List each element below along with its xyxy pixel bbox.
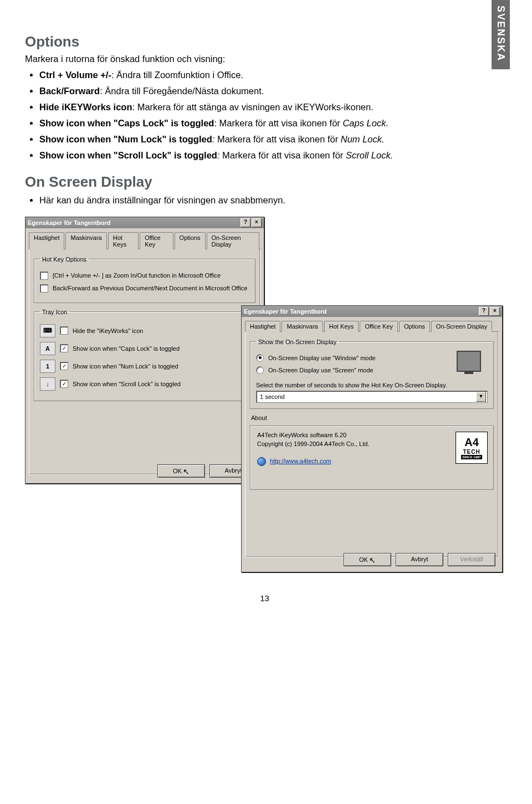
- about-line2: Copyright (c) 1999-2004 A4Tech Co., Ltd.: [257, 441, 487, 447]
- checkbox-label: [Ctrl + Volume +/- ] as Zoom In/Out func…: [53, 272, 221, 279]
- titlebar[interactable]: Egenskaper för Tangentbord ? ×: [242, 306, 502, 317]
- select-value: 1 second: [260, 393, 285, 400]
- checkbox-capslock[interactable]: ✓: [60, 344, 68, 352]
- tab-options[interactable]: Options: [175, 232, 206, 249]
- cursor-icon: ↖: [183, 467, 190, 476]
- radio-screen-mode[interactable]: [256, 366, 264, 374]
- options-dialog: Egenskaper för Tangentbord ? × Hastighet…: [25, 217, 264, 484]
- tabstrip: Hastighet Maskinvara Hot Keys Office Key…: [29, 232, 260, 249]
- tab-hotkeys[interactable]: Hot Keys: [108, 232, 139, 249]
- tray-icon-group: Tray Icon ⌨ Hide the "iKeyWorks" icon A …: [34, 309, 255, 401]
- radio-label: On-Screen Display use "Screen" mode: [268, 367, 373, 373]
- options-heading: Options: [25, 33, 504, 50]
- opt-bold: Show icon when "Num Lock" is toggled: [39, 134, 212, 144]
- tab-officekey[interactable]: Office Key: [140, 232, 173, 249]
- osd-heading: On Screen Display: [25, 173, 504, 191]
- close-button[interactable]: ×: [252, 218, 262, 227]
- ok-label: OK: [173, 468, 182, 474]
- help-button[interactable]: ?: [241, 218, 250, 227]
- opt-bold: Hide iKEYWorks icon: [39, 102, 132, 112]
- tab-hotkeys[interactable]: Hot Keys: [324, 321, 359, 332]
- radio-label: On-Screen Display use "Window" mode: [268, 355, 376, 361]
- checkbox-label: Show icon when "Caps Lock" is toggled: [73, 345, 180, 352]
- opt-ital: Caps Lock.: [342, 118, 388, 128]
- capslock-icon: A: [40, 342, 55, 355]
- cancel-button[interactable]: Avbryt: [396, 553, 443, 566]
- tab-maskinvara[interactable]: Maskinvara: [282, 321, 323, 332]
- chevron-down-icon[interactable]: ▼: [476, 392, 486, 402]
- language-tab: SVENSKA: [492, 0, 510, 69]
- cursor-icon: ↖: [369, 556, 376, 565]
- osd-text: Här kan du ändra inställningar för visni…: [39, 195, 285, 205]
- a4tech-logo: A4 TECH SINCE 1987: [456, 432, 488, 464]
- radio-window-mode[interactable]: [256, 354, 264, 362]
- page-number: 13: [25, 593, 504, 603]
- ok-button[interactable]: OK↖: [157, 464, 205, 478]
- osd-group: Show the On-Screen Display On-Screen Dis…: [250, 339, 494, 409]
- checkbox-label: Show icon when "Scroll Lock" is toggled: [73, 381, 181, 387]
- options-list: Ctrl + Volume +/-: Ändra till Zoomfunkti…: [25, 69, 504, 162]
- group-legend: Hot Key Options: [40, 256, 89, 263]
- opt-colon: :: [212, 134, 217, 144]
- opt-ital: Scroll Lock.: [346, 150, 393, 160]
- monitor-icon: [457, 351, 481, 372]
- ok-button[interactable]: OK↖: [344, 553, 391, 566]
- checkbox-numlock[interactable]: ✓: [60, 362, 68, 370]
- list-item: Show icon when "Caps Lock" is toggled: M…: [39, 117, 504, 130]
- tab-hastighet[interactable]: Hastighet: [29, 232, 64, 249]
- keyboard-icon: ⌨: [40, 324, 55, 337]
- about-group: A4Tech iKeyWorks software 6.20 Copyright…: [250, 426, 494, 490]
- about-legend: About: [251, 414, 494, 421]
- tab-osd[interactable]: On-Screen Display: [207, 232, 259, 249]
- opt-text: : Ändra till Zoomfunktion i Office.: [111, 70, 243, 80]
- apply-button[interactable]: Verkställ: [448, 553, 495, 566]
- ok-label: OK: [359, 556, 368, 563]
- opt-text: Markera för att visa ikonen för: [217, 134, 341, 144]
- tabstrip: Hastighet Maskinvara Hot Keys Office Key…: [245, 320, 499, 332]
- list-item: Här kan du ändra inställningar för visni…: [39, 194, 504, 207]
- checkbox-label: Show icon when "Num Lock" is toggled: [73, 363, 178, 370]
- hotkey-options-group: Hot Key Options [Ctrl + Volume +/- ] as …: [34, 256, 255, 303]
- opt-text: : Markera för att visa ikonen för: [214, 118, 342, 128]
- list-item: Hide iKEYWorks icon: Markera för att stä…: [39, 101, 504, 114]
- close-button[interactable]: ×: [490, 307, 500, 316]
- checkbox-hide-icon[interactable]: [60, 326, 68, 335]
- globe-icon: [257, 457, 266, 466]
- help-button[interactable]: ?: [479, 307, 489, 316]
- options-intro: Markera i rutorna för önskad funktion oc…: [25, 54, 504, 64]
- opt-text: Markera för att visa ikonen för: [222, 150, 346, 160]
- list-item: Show icon when "Scroll Lock" is toggled:…: [39, 149, 504, 162]
- osd-list: Här kan du ändra inställningar för visni…: [25, 194, 504, 207]
- tab-officekey[interactable]: Office Key: [360, 321, 398, 332]
- window-title: Egenskaper för Tangentbord: [244, 308, 327, 315]
- logo-mid: TECH: [463, 449, 480, 455]
- tab-hastighet[interactable]: Hastighet: [245, 321, 280, 332]
- window-title: Egenskaper för Tangentbord: [28, 219, 111, 226]
- checkbox-zoom[interactable]: [40, 272, 48, 280]
- numlock-icon: 1: [40, 360, 55, 373]
- scrolllock-icon: ↓: [40, 377, 55, 391]
- checkbox-scrolllock[interactable]: ✓: [60, 380, 68, 388]
- opt-bold: Back/Forward: [39, 86, 100, 96]
- about-line1: A4Tech iKeyWorks software 6.20: [257, 432, 487, 438]
- logo-top: A4: [464, 436, 479, 449]
- opt-text: : Ändra till Föregående/Nästa dokument.: [100, 86, 264, 96]
- opt-colon: :: [217, 150, 222, 160]
- tab-maskinvara[interactable]: Maskinvara: [65, 232, 106, 249]
- opt-ital: Num Lock.: [341, 134, 385, 144]
- tab-options[interactable]: Options: [399, 321, 430, 332]
- tab-osd[interactable]: On-Screen Display: [431, 321, 492, 332]
- seconds-select[interactable]: 1 second ▼: [256, 391, 488, 403]
- opt-text: : Markera för att stänga av visningen av…: [132, 102, 373, 112]
- list-item: Show icon when "Num Lock" is toggled: Ma…: [39, 133, 504, 146]
- group-legend: Tray Icon: [40, 309, 69, 315]
- about-url[interactable]: http://www.a4tech.com: [270, 458, 331, 464]
- opt-bold: Show icon when "Caps Lock" is toggled: [39, 118, 214, 128]
- checkbox-backforward[interactable]: [40, 284, 48, 293]
- osd-dialog: Egenskaper för Tangentbord ? × Hastighet…: [241, 305, 503, 572]
- checkbox-label: Hide the "iKeyWorks" icon: [73, 327, 143, 334]
- titlebar[interactable]: Egenskaper för Tangentbord ? ×: [25, 217, 264, 228]
- checkbox-label: Back/Forward as Previous Document/Next D…: [53, 285, 247, 291]
- list-item: Back/Forward: Ändra till Föregående/Näst…: [39, 85, 504, 98]
- opt-bold: Ctrl + Volume +/-: [39, 70, 111, 80]
